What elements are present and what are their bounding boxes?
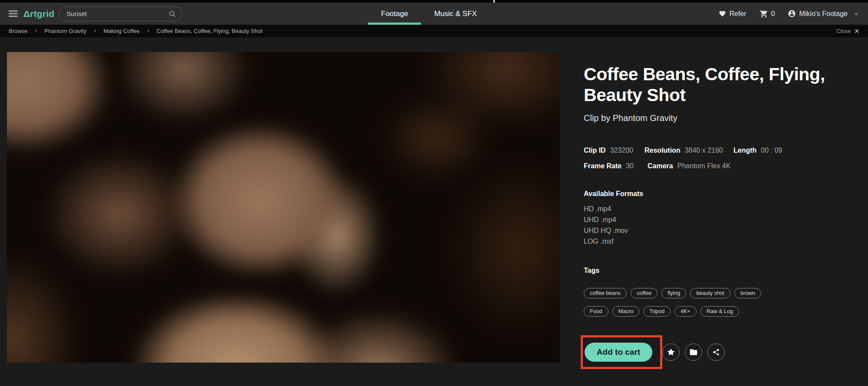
active-tab-underline bbox=[368, 23, 421, 25]
breadcrumb-browse[interactable]: Browse bbox=[9, 28, 27, 34]
chevron-down-icon bbox=[853, 11, 859, 17]
breadcrumb-artist[interactable]: Phantom Gravity bbox=[44, 28, 86, 34]
folder-icon bbox=[689, 348, 698, 357]
tag-pill[interactable]: Raw & Log bbox=[700, 306, 739, 317]
formats-heading: Available Formats bbox=[584, 190, 848, 198]
format-item: HD .mp4 bbox=[584, 203, 848, 214]
meta-row: Clip ID 323200 Resolution 3840 x 2160 Le… bbox=[584, 147, 848, 154]
chevron-right-icon bbox=[146, 29, 151, 33]
add-to-cart-button[interactable]: Add to cart bbox=[585, 343, 652, 362]
available-formats-section: Available Formats HD .mp4 UHD .mp4 UHD H… bbox=[584, 190, 848, 247]
account-label: Mikio's Footage bbox=[799, 10, 848, 18]
meta-length: Length 00 : 09 bbox=[733, 147, 782, 154]
tag-pill[interactable]: coffee bbox=[631, 288, 658, 298]
clip-detail-page: Coffee Beans, Coffee, Flying, Beauty Sho… bbox=[0, 37, 868, 386]
artgrid-logo[interactable]: Δrtgrid bbox=[23, 9, 54, 19]
favorite-button[interactable] bbox=[662, 343, 680, 361]
navbar-right: Refer 0 Mikio's Footage bbox=[719, 10, 859, 18]
coffee-beans-image bbox=[7, 52, 560, 363]
save-to-folder-button[interactable] bbox=[685, 343, 702, 361]
search-bar[interactable] bbox=[59, 7, 182, 21]
refer-link[interactable]: Refer bbox=[719, 10, 746, 18]
share-icon bbox=[712, 348, 720, 356]
search-input[interactable] bbox=[66, 10, 168, 17]
tag-pill[interactable]: 4K+ bbox=[674, 306, 697, 317]
star-icon bbox=[667, 348, 675, 357]
hamburger-menu-icon[interactable] bbox=[9, 10, 18, 17]
tag-pill[interactable]: Macro bbox=[612, 306, 640, 317]
annotation-highlight-box: Add to cart bbox=[581, 335, 662, 369]
refer-label: Refer bbox=[729, 10, 746, 18]
chevron-right-icon bbox=[92, 29, 97, 33]
heart-icon bbox=[719, 10, 726, 17]
tag-pill[interactable]: beauty shot bbox=[690, 288, 730, 298]
cart-count: 0 bbox=[771, 10, 775, 18]
breadcrumb-story[interactable]: Making Coffee bbox=[103, 28, 140, 34]
meta-row: Frame Rate 30 Camera Phantom Flex 4K bbox=[584, 162, 848, 170]
chevron-right-icon bbox=[33, 29, 38, 33]
search-icon[interactable] bbox=[168, 10, 176, 18]
share-button[interactable] bbox=[707, 343, 725, 361]
tag-pill[interactable]: flying bbox=[661, 288, 686, 298]
tag-pill[interactable]: Tripod bbox=[643, 306, 671, 317]
clip-byline: Clip by Phantom Gravity bbox=[584, 113, 848, 123]
tags-heading: Tags bbox=[584, 267, 848, 275]
cart-button[interactable]: 0 bbox=[760, 10, 775, 18]
meta-resolution: Resolution 3840 x 2160 bbox=[644, 147, 733, 154]
breadcrumb: Browse Phantom Gravity Making Coffee Cof… bbox=[0, 25, 868, 37]
account-icon bbox=[788, 10, 796, 18]
format-item: LOG .mxf bbox=[584, 236, 848, 247]
tab-music-sfx[interactable]: Music & SFX bbox=[421, 3, 490, 25]
meta-clip-id: Clip ID 323200 bbox=[584, 147, 644, 154]
clip-preview-image[interactable] bbox=[7, 52, 560, 363]
site-tabs: Footage Music & SFX bbox=[368, 3, 490, 25]
tags-section: Tags coffee beans coffee flying beauty s… bbox=[584, 267, 848, 317]
meta-frame-rate: Frame Rate 30 bbox=[584, 162, 648, 170]
tab-footage[interactable]: Footage bbox=[368, 3, 421, 25]
format-item: UHD HQ .mov bbox=[584, 225, 848, 236]
account-menu[interactable]: Mikio's Footage bbox=[788, 10, 859, 18]
cart-icon bbox=[760, 10, 768, 18]
clip-metadata: Clip ID 323200 Resolution 3840 x 2160 Le… bbox=[584, 147, 848, 170]
clip-actions: Add to cart bbox=[581, 335, 725, 369]
clip-detail-panel: Coffee Beans, Coffee, Flying, Beauty Sho… bbox=[584, 64, 848, 317]
page-title: Coffee Beans, Coffee, Flying, Beauty Sho… bbox=[584, 64, 835, 106]
breadcrumb-current-clip: Coffee Beans, Coffee, Flying, Beauty Sho… bbox=[157, 28, 263, 34]
tag-pill[interactable]: coffee beans bbox=[584, 288, 627, 298]
tag-pill[interactable]: Food bbox=[584, 306, 608, 317]
top-navbar: Δrtgrid Footage Music & SFX Refer 0 bbox=[0, 3, 868, 25]
format-item: UHD .mp4 bbox=[584, 214, 848, 225]
meta-camera: Camera Phantom Flex 4K bbox=[648, 162, 730, 170]
close-button[interactable]: Close ✕ bbox=[836, 28, 859, 35]
close-icon: ✕ bbox=[854, 28, 859, 35]
tag-pill[interactable]: brown bbox=[734, 288, 761, 298]
